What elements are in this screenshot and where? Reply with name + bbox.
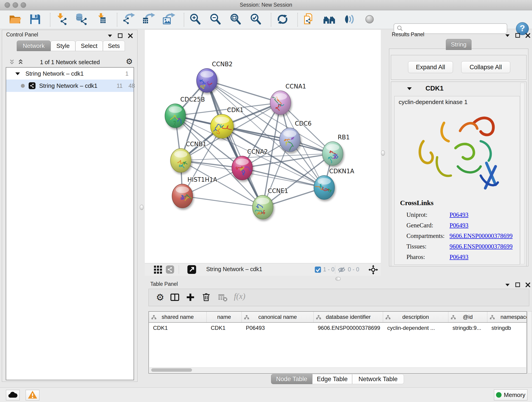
- network-collection-row[interactable]: String Network – cdk1 1: [6, 68, 133, 80]
- import-network-file-button[interactable]: [55, 13, 68, 27]
- crosslink-value-link[interactable]: P06493: [450, 254, 469, 261]
- zoom-fit-button[interactable]: [229, 13, 242, 27]
- close-panel-icon[interactable]: [525, 282, 531, 288]
- table-cell[interactable]: CDK1: [207, 325, 242, 331]
- column-header-shared-name[interactable]: shared name: [149, 312, 207, 322]
- import-table-button[interactable]: [95, 13, 109, 27]
- add-column-icon[interactable]: [186, 293, 195, 302]
- horizontal-scrollbar-thumb[interactable]: [151, 368, 192, 372]
- panel-menu-icon[interactable]: [505, 282, 510, 289]
- splitter-handle-left[interactable]: [140, 205, 144, 210]
- network-type-icon: [29, 82, 36, 90]
- network-view-icon[interactable]: [166, 265, 174, 274]
- table-options-gear-icon[interactable]: ⚙: [156, 293, 164, 302]
- results-panel: Results Panel String Expand All Collapse…: [385, 30, 532, 280]
- clone-network-icon: [303, 13, 316, 27]
- column-header-name[interactable]: name: [207, 312, 242, 322]
- column-header-database-identifier[interactable]: database identifier: [314, 312, 383, 322]
- attribute-type-icon: [385, 315, 391, 321]
- zoom-selected-button[interactable]: [249, 13, 263, 27]
- save-session-icon: [29, 13, 41, 27]
- crosslink-label: GeneCard:: [406, 222, 433, 229]
- vertical-scrollbar[interactable]: [527, 311, 532, 374]
- panel-menu-icon[interactable]: [505, 32, 510, 39]
- table-cell[interactable]: CDK1: [149, 325, 207, 331]
- minimize-window-button[interactable]: [13, 2, 18, 8]
- table-cell[interactable]: P06493: [242, 325, 314, 331]
- warnings-button[interactable]: [26, 390, 39, 400]
- table-cell[interactable]: stringdb: [487, 325, 527, 331]
- tab-network-table[interactable]: Network Table: [352, 374, 404, 384]
- column-header-namespace[interactable]: namespace: [487, 312, 527, 322]
- apply-layout-button[interactable]: [276, 13, 289, 27]
- cloud-status-button[interactable]: [6, 390, 20, 400]
- zoom-in-button[interactable]: [189, 13, 202, 27]
- splitter-handle-right[interactable]: [381, 150, 385, 156]
- table-cell[interactable]: stringdb:9...: [448, 325, 487, 331]
- expand-all-button[interactable]: Expand All: [408, 61, 453, 73]
- crosslink-value-link[interactable]: P06493: [450, 222, 469, 229]
- import-network-database-button[interactable]: [75, 13, 89, 27]
- network-canvas[interactable]: CCNB2 CCNA1 CDC25B CDK1 CDC6 RB1 CCNB1 C…: [145, 30, 381, 263]
- attribute-type-icon: [151, 315, 157, 321]
- table-row[interactable]: CDK1CDK1P064939606.ENSP00000378699cyclin…: [149, 323, 526, 333]
- delete-column-icon[interactable]: [202, 293, 210, 302]
- export-image-button[interactable]: [162, 13, 176, 27]
- tab-string[interactable]: String: [446, 39, 472, 50]
- column-header-canonical-name[interactable]: canonical name: [242, 312, 314, 322]
- save-session-button[interactable]: [28, 13, 42, 27]
- export-table-button[interactable]: [142, 13, 155, 27]
- hidden-items-eye-icon[interactable]: [338, 266, 346, 274]
- network-row-selected[interactable]: String Network – cdk1 11 48: [6, 80, 133, 92]
- apply-layout-icon: [276, 13, 289, 27]
- zoom-selected-icon: [249, 13, 262, 27]
- zoom-window-button[interactable]: [21, 2, 26, 8]
- network-grid-view-icon[interactable]: [154, 266, 162, 275]
- collapse-all-button[interactable]: Collapse All: [461, 61, 510, 73]
- crosslink-row: Tissues:9606.ENSP00000378699: [394, 242, 520, 252]
- network-options-gear-icon[interactable]: ⚙: [126, 57, 133, 65]
- zoom-fit-icon: [229, 13, 242, 27]
- panel-menu-icon[interactable]: [107, 33, 113, 40]
- show-columns-icon[interactable]: [170, 293, 179, 302]
- export-network-button[interactable]: [122, 13, 135, 27]
- tab-edge-table[interactable]: Edge Table: [312, 374, 352, 384]
- crosslink-value-link[interactable]: 9606.ENSP00000378699: [450, 232, 513, 240]
- close-window-button[interactable]: [5, 2, 10, 8]
- tab-network[interactable]: Network: [17, 41, 51, 51]
- results-scrollbar[interactable]: [520, 83, 525, 264]
- memory-button[interactable]: Memory: [494, 389, 527, 400]
- table-panel-title: Table Panel: [150, 281, 178, 287]
- hide-graphics-button[interactable]: [343, 13, 356, 27]
- selected-items-checkbox[interactable]: [315, 267, 321, 274]
- column-header--id[interactable]: @id: [448, 312, 487, 322]
- collection-name: String Network – cdk1: [25, 70, 84, 77]
- open-file-button[interactable]: [8, 13, 22, 27]
- table-cell[interactable]: cyclin-dependent ...: [383, 325, 448, 331]
- tab-select[interactable]: Select: [75, 41, 103, 51]
- table-cell[interactable]: 9606.ENSP00000378699: [314, 325, 383, 331]
- tab-node-table[interactable]: Node Table: [271, 374, 312, 384]
- houses-button[interactable]: [323, 13, 336, 27]
- collapse-collection-icon[interactable]: [15, 71, 20, 77]
- tab-style[interactable]: Style: [51, 41, 75, 51]
- clone-network-button[interactable]: [302, 13, 316, 27]
- crosslink-value-link[interactable]: 9606.ENSP00000378699: [450, 243, 513, 250]
- zoom-out-button[interactable]: [209, 13, 222, 27]
- attribute-type-icon: [451, 315, 456, 321]
- column-header-description[interactable]: description: [383, 312, 448, 322]
- close-panel-icon[interactable]: [525, 33, 531, 39]
- birds-eye-button[interactable]: [363, 13, 376, 27]
- float-panel-icon[interactable]: [118, 33, 123, 39]
- horizontal-scrollbar[interactable]: [149, 367, 526, 373]
- float-panel-icon[interactable]: [515, 33, 520, 39]
- tab-sets[interactable]: Sets: [103, 41, 125, 51]
- close-panel-icon[interactable]: [128, 33, 133, 39]
- fit-content-crosshair-icon[interactable]: [368, 265, 378, 275]
- float-panel-icon[interactable]: [515, 282, 520, 288]
- protein-section-header[interactable]: CDK1: [391, 82, 526, 95]
- crosslink-value-link[interactable]: P06493: [450, 211, 469, 218]
- detach-view-icon[interactable]: [187, 265, 196, 275]
- section-collapse-icon[interactable]: [407, 86, 412, 92]
- selected-count: 1 - 0: [323, 266, 335, 273]
